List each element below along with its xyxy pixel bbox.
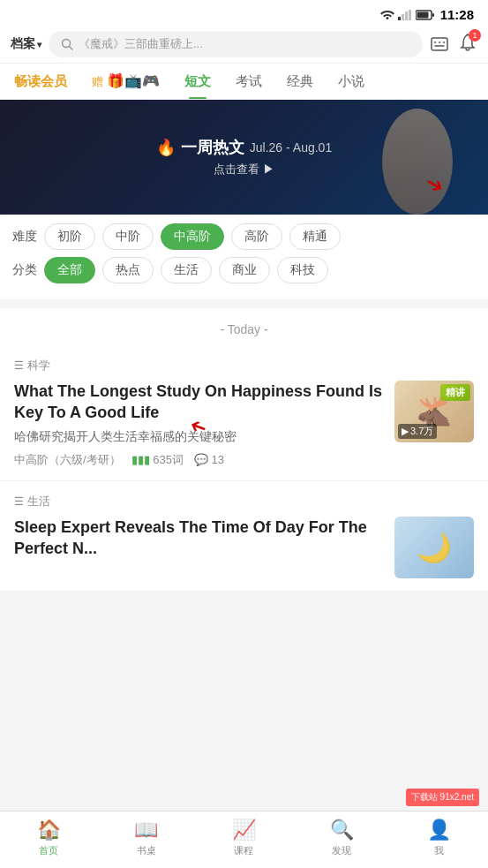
- tab-novel[interactable]: 小说: [326, 64, 377, 99]
- tab-short[interactable]: 短文: [172, 64, 223, 99]
- difficulty-label: 难度: [12, 229, 37, 245]
- profile-label: 我: [434, 844, 444, 857]
- play-icon: ▶: [402, 426, 409, 437]
- chip-tech[interactable]: 科技: [277, 257, 328, 283]
- tag-label-2: 生活: [27, 494, 50, 509]
- article-tag-1: ☰ 科学: [14, 358, 474, 374]
- article-card-1[interactable]: ☰ 科学 What The Longest Study On Happiness…: [0, 345, 488, 481]
- svg-rect-3: [409, 10, 411, 20]
- home-icon: 🏠: [37, 819, 61, 842]
- discover-label: 发现: [332, 844, 351, 857]
- tab-membership[interactable]: 畅读会员: [7, 64, 79, 99]
- words-icon: ▮▮▮: [131, 453, 150, 466]
- tag-icon-1: ☰: [14, 359, 24, 372]
- svg-rect-9: [432, 38, 447, 50]
- nav-profile[interactable]: 👤 我: [427, 819, 451, 857]
- banner-content: 🔥 一周热文 Jul.26 - Aug.01 点击查看 ▶: [156, 137, 332, 177]
- article-title-1: What The Longest Study On Happiness Foun…: [14, 381, 384, 424]
- banner[interactable]: 🔥 一周热文 Jul.26 - Aug.01 点击查看 ▶ ➔: [0, 100, 488, 215]
- category-row: 分类 全部 热点 生活 商业 科技: [12, 257, 476, 283]
- difficulty-filter-section: 难度 初阶 中阶 中高阶 高阶 精通 分类 全部 热点 生活 商业 科技: [0, 215, 488, 299]
- comment-icon: 💬: [194, 453, 208, 466]
- tab-classic[interactable]: 经典: [274, 64, 326, 99]
- article-comments-1: 💬 13: [194, 453, 224, 466]
- course-icon: 📈: [232, 819, 256, 842]
- category-chips: 全部 热点 生活 商业 科技: [44, 257, 328, 283]
- difficulty-chips: 初阶 中阶 中高阶 高阶 精通: [44, 223, 341, 250]
- search-text: 《魔戒》三部曲重磅上...: [79, 36, 203, 52]
- article-thumbnail-2: 🌙: [394, 517, 474, 578]
- svg-rect-1: [402, 14, 404, 20]
- nav-desk[interactable]: 📖 书桌: [134, 819, 158, 857]
- banner-cta: 点击查看 ▶: [156, 162, 332, 177]
- input-method-icon[interactable]: [430, 34, 449, 54]
- article-difficulty-1: 中高阶（六级/考研）: [14, 452, 121, 468]
- chip-mid[interactable]: 中阶: [102, 223, 154, 250]
- tag-icon-2: ☰: [14, 495, 24, 508]
- desk-icon: 📖: [134, 819, 158, 842]
- search-icon: [61, 38, 73, 50]
- article-body-2: Sleep Expert Reveals The Time Of Day For…: [14, 517, 474, 578]
- article-words-1: ▮▮▮ 635词: [131, 452, 184, 468]
- banner-date: Jul.26 - Aug.01: [250, 140, 332, 155]
- notification-button[interactable]: 1: [458, 33, 477, 56]
- chip-life[interactable]: 生活: [161, 257, 212, 283]
- status-time: 11:28: [440, 7, 474, 22]
- svg-rect-0: [398, 17, 401, 20]
- discover-icon: 🔍: [330, 819, 354, 842]
- article-thumbnail-1: 🫎 精讲 ▶ 3.7万: [394, 381, 474, 442]
- battery-icon: [416, 10, 435, 20]
- chip-mid-high[interactable]: 中高阶: [161, 223, 224, 250]
- chip-all[interactable]: 全部: [44, 257, 95, 283]
- svg-line-8: [70, 47, 73, 50]
- today-label: - Today -: [0, 308, 488, 345]
- nav-course[interactable]: 📈 课程: [232, 819, 256, 857]
- article-card-2[interactable]: ☰ 生活 Sleep Expert Reveals The Time Of Da…: [0, 481, 488, 592]
- section-divider: [0, 299, 488, 308]
- search-bar[interactable]: 《魔戒》三部曲重磅上...: [49, 31, 423, 57]
- status-bar: 11:28: [0, 0, 488, 26]
- article-subtitle-1: 哈佛研究揭开人类生活幸福感的关键秘密: [14, 429, 384, 445]
- desk-label: 书桌: [137, 844, 156, 857]
- article-tag-2: ☰ 生活: [14, 494, 474, 509]
- chip-beginner[interactable]: 初阶: [44, 223, 95, 250]
- notification-badge: 1: [469, 29, 481, 42]
- bottom-nav: 🏠 首页 📖 书桌 📈 课程 🔍 发现 👤 我: [0, 811, 488, 868]
- nav-home[interactable]: 🏠 首页: [37, 819, 61, 857]
- chip-master[interactable]: 精通: [289, 223, 341, 250]
- svg-rect-5: [417, 11, 428, 18]
- chevron-down-icon: ▾: [37, 40, 41, 49]
- thumbnail-emoji-2: 🌙: [417, 531, 452, 564]
- signal-icon: [398, 10, 412, 20]
- chip-high[interactable]: 高阶: [231, 223, 282, 250]
- chip-hot[interactable]: 热点: [102, 257, 154, 283]
- article-text-1: What The Longest Study On Happiness Foun…: [14, 381, 384, 468]
- svg-rect-6: [432, 13, 434, 17]
- nav-discover[interactable]: 🔍 发现: [330, 819, 354, 857]
- watermark: 下载站 91x2.net: [406, 789, 479, 806]
- category-label: 分类: [12, 262, 37, 278]
- difficulty-row: 难度 初阶 中阶 中高阶 高阶 精通: [12, 223, 476, 250]
- article-title-2: Sleep Expert Reveals The Time Of Day For…: [14, 517, 384, 560]
- article-body-1: What The Longest Study On Happiness Foun…: [14, 381, 474, 468]
- tag-label-1: 科学: [27, 358, 50, 374]
- status-icons: [380, 10, 435, 20]
- tab-gift[interactable]: 赠 🎁📺🎮: [79, 64, 172, 99]
- profile-nav-icon: 👤: [427, 819, 451, 842]
- chip-business[interactable]: 商业: [219, 257, 270, 283]
- thumbnail-play-1: ▶ 3.7万: [398, 424, 437, 439]
- banner-title: 🔥 一周热文 Jul.26 - Aug.01: [156, 137, 332, 158]
- course-label: 课程: [234, 844, 253, 857]
- svg-rect-2: [405, 11, 408, 20]
- thumbnail-badge-1: 精讲: [440, 384, 470, 401]
- article-meta-1: 中高阶（六级/考研） ▮▮▮ 635词 💬 13: [14, 452, 384, 468]
- wifi-icon: [380, 10, 394, 20]
- article-text-2: Sleep Expert Reveals The Time Of Day For…: [14, 517, 384, 565]
- thumbnail-image-2: 🌙: [394, 517, 474, 578]
- home-label: 首页: [39, 844, 58, 857]
- tab-exam[interactable]: 考试: [223, 64, 274, 99]
- header-icons: 1: [430, 33, 477, 56]
- nav-tabs: 畅读会员 赠 🎁📺🎮 短文 考试 经典 小说: [0, 64, 488, 100]
- profile-button[interactable]: 档案 ▾: [11, 36, 41, 52]
- header: 档案 ▾ 《魔戒》三部曲重磅上... 1: [0, 26, 488, 64]
